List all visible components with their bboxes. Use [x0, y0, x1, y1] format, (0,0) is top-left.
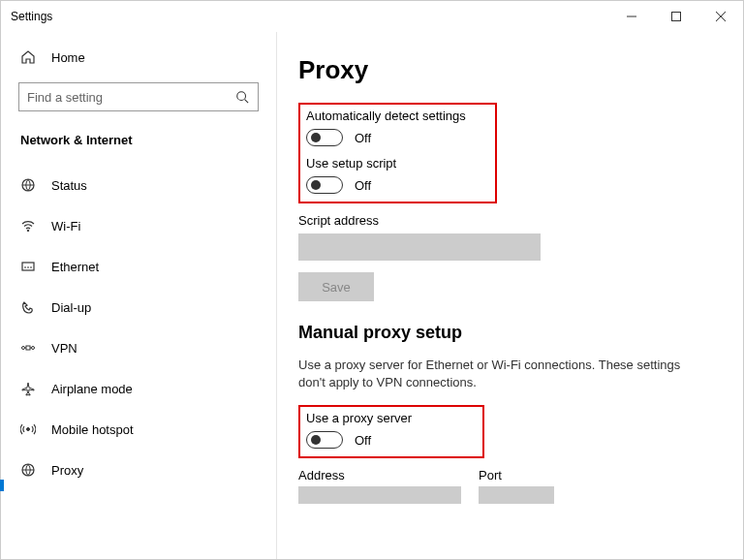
sidebar-item-proxy[interactable]: Proxy: [1, 450, 276, 490]
sidebar-item-label: Mobile hotspot: [51, 422, 134, 437]
port-label: Port: [479, 468, 554, 482]
maximize-button[interactable]: [654, 1, 698, 32]
port-input: [479, 486, 554, 504]
window-controls: [609, 1, 743, 32]
sidebar-item-label: Ethernet: [51, 260, 99, 274]
manual-proxy-heading: Manual proxy setup: [298, 323, 722, 343]
svg-point-12: [22, 347, 25, 350]
hotspot-icon: [20, 421, 36, 437]
accent-indicator: [0, 480, 4, 491]
ethernet-icon: [20, 259, 36, 274]
search-icon: [234, 89, 250, 105]
setup-script-toggle[interactable]: [306, 176, 343, 194]
svg-point-13: [32, 347, 35, 350]
sidebar-item-status[interactable]: Status: [1, 165, 276, 205]
window-title: Settings: [11, 10, 52, 23]
home-nav[interactable]: Home: [1, 42, 276, 77]
airplane-icon: [20, 381, 36, 396]
svg-point-4: [237, 92, 246, 101]
svg-rect-1: [672, 13, 681, 21]
save-button-label: Save: [322, 280, 351, 295]
category-heading: Network & Internet: [1, 113, 276, 165]
sidebar-item-label: Proxy: [51, 463, 83, 478]
title-bar: Settings: [1, 1, 743, 32]
sidebar-item-ethernet[interactable]: Ethernet: [1, 246, 276, 287]
use-proxy-toggle[interactable]: [306, 431, 343, 449]
monitor-icon: [20, 177, 36, 193]
sidebar-item-label: Airplane mode: [51, 382, 133, 396]
svg-point-17: [27, 428, 30, 431]
setup-script-state: Off: [355, 178, 371, 193]
svg-rect-14: [26, 346, 30, 350]
sidebar-item-airplane[interactable]: Airplane mode: [1, 368, 276, 409]
address-label: Address: [298, 468, 461, 482]
sidebar-item-vpn[interactable]: VPN: [1, 327, 276, 368]
sidebar-item-wifi[interactable]: Wi-Fi: [1, 205, 276, 246]
home-label: Home: [51, 50, 85, 65]
sidebar-item-label: Status: [51, 178, 87, 193]
highlight-use-proxy: Use a proxy server Off: [298, 405, 484, 458]
auto-detect-toggle[interactable]: [306, 129, 343, 146]
search-box[interactable]: [18, 82, 259, 111]
sidebar-item-label: Wi-Fi: [51, 219, 80, 233]
use-proxy-label: Use a proxy server: [306, 411, 475, 425]
minimize-button[interactable]: [609, 1, 654, 32]
highlight-auto-proxy: Automatically detect settings Off Use se…: [298, 103, 497, 203]
proxy-icon: [20, 462, 36, 478]
sidebar-item-hotspot[interactable]: Mobile hotspot: [1, 409, 276, 450]
close-icon: [716, 12, 726, 21]
sidebar-item-label: Dial-up: [51, 300, 91, 315]
sidebar-item-label: VPN: [51, 341, 78, 356]
sidebar-item-dialup[interactable]: Dial-up: [1, 287, 276, 327]
vpn-icon: [20, 340, 36, 356]
manual-proxy-description: Use a proxy server for Ethernet or Wi-Fi…: [298, 357, 705, 391]
minimize-icon: [627, 12, 636, 21]
dialup-icon: [20, 299, 36, 315]
content-area: Proxy Automatically detect settings Off …: [277, 32, 743, 559]
page-title: Proxy: [298, 55, 722, 85]
script-address-input: [298, 233, 541, 261]
sidebar: Home Network & Internet Status Wi-Fi Eth…: [1, 32, 277, 559]
home-icon: [20, 49, 36, 65]
address-input: [298, 486, 461, 504]
maximize-icon: [671, 12, 681, 21]
use-proxy-state: Off: [355, 433, 371, 448]
auto-detect-state: Off: [355, 131, 371, 145]
svg-point-7: [27, 230, 29, 232]
save-button: Save: [298, 272, 374, 301]
nav-list: Status Wi-Fi Ethernet Dial-up VPN Airpla…: [1, 165, 276, 490]
svg-line-5: [245, 100, 249, 104]
auto-detect-label: Automatically detect settings: [306, 109, 487, 123]
setup-script-label: Use setup script: [306, 156, 487, 171]
close-button[interactable]: [698, 1, 743, 32]
wifi-icon: [20, 218, 36, 233]
search-input[interactable]: [27, 90, 221, 105]
script-address-label: Script address: [298, 213, 722, 228]
